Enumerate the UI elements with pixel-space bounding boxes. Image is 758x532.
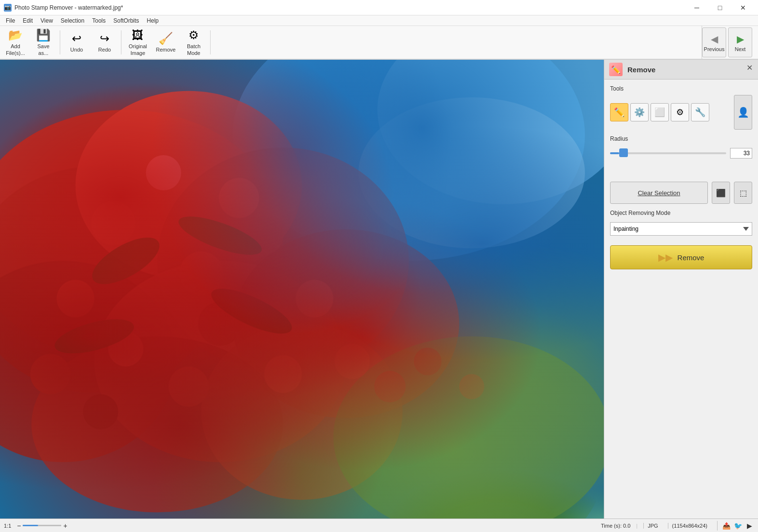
radius-slider-thumb[interactable] <box>619 148 628 157</box>
stamp-tool-button[interactable]: 👤 <box>734 95 752 130</box>
canvas-image[interactable] <box>0 60 604 519</box>
settings-tool-button[interactable]: ⚙ <box>671 103 689 121</box>
svg-point-1 <box>233 60 585 261</box>
svg-point-2 <box>377 60 604 204</box>
toolbox-header: ✏️ Remove ✕ <box>604 60 758 80</box>
radius-row <box>610 148 752 159</box>
svg-point-31 <box>252 355 604 519</box>
toolbox-panel: ✏️ Remove ✕ Tools ✏️ ⚙️ ⬜ ⚙ 🔧 👤 R <box>604 60 758 519</box>
svg-point-29 <box>51 312 137 360</box>
status-video-button[interactable]: ▶ <box>745 521 754 531</box>
svg-point-15 <box>146 155 181 190</box>
menu-edit[interactable]: Edit <box>19 15 37 26</box>
svg-point-35 <box>374 371 406 402</box>
svg-point-22 <box>198 302 242 346</box>
svg-point-20 <box>30 354 71 394</box>
next-arrow-icon: ▶ <box>737 33 744 45</box>
svg-point-14 <box>91 201 135 245</box>
toolbox-icon: ✏️ <box>609 63 623 76</box>
window-title: Photo Stamp Remover - watermarked.jpg* <box>14 4 123 11</box>
prev-arrow-icon: ◀ <box>711 33 718 45</box>
undo-button[interactable]: ↩ Undo <box>63 27 90 57</box>
toolbar-sep-3 <box>210 30 211 54</box>
remove-action-button[interactable]: ▶▶ Remove <box>610 245 752 269</box>
redo-button[interactable]: ↪ Redo <box>91 27 118 57</box>
svg-point-26 <box>264 355 302 393</box>
previous-button[interactable]: ◀ Previous <box>702 27 726 57</box>
original-image-label: OriginalImage <box>129 43 147 56</box>
tools-label: Tools <box>610 85 752 92</box>
undo-label: Undo <box>70 47 83 53</box>
remove-button[interactable]: 🧹 Remove <box>152 27 179 57</box>
menu-tools[interactable]: Tools <box>88 15 109 26</box>
svg-point-8 <box>157 147 409 374</box>
svg-point-12 <box>31 336 283 512</box>
menu-help[interactable]: Help <box>143 15 163 26</box>
window-controls: ─ □ ✕ <box>686 0 754 15</box>
rect-select-tool-button[interactable]: ⬜ <box>651 103 669 121</box>
maximize-button[interactable]: □ <box>709 0 731 15</box>
minimize-button[interactable]: ─ <box>686 0 708 15</box>
status-icons: 📤 🐦 ▶ <box>717 521 754 531</box>
next-button[interactable]: ▶ Next <box>728 27 752 57</box>
zoom-slider-area: − + <box>17 522 67 530</box>
select-copy-button[interactable]: ⬛ <box>712 182 730 204</box>
mode-label: Object Removing Mode <box>610 210 752 216</box>
svg-point-25 <box>169 367 209 407</box>
menu-selection[interactable]: Selection <box>57 15 88 26</box>
svg-point-24 <box>83 394 118 429</box>
app-icon: 📷 <box>4 4 12 12</box>
svg-point-6 <box>0 166 220 393</box>
mode-section: Object Removing Mode Inpainting Content-… <box>610 210 752 236</box>
remove-label: Remove <box>156 47 176 53</box>
status-time: Time (s): 0.0 <box>601 523 630 529</box>
main-area: ✏️ Remove ✕ Tools ✏️ ⚙️ ⬜ ⚙ 🔧 👤 R <box>0 60 758 519</box>
save-as-icon: 💾 <box>36 28 51 42</box>
radius-section: Radius <box>610 135 752 159</box>
status-share-button[interactable]: 📤 <box>721 521 731 531</box>
select-paste-button[interactable]: ⬚ <box>734 182 752 204</box>
radius-input[interactable] <box>730 148 752 159</box>
toolbox-close-button[interactable]: ✕ <box>745 63 754 72</box>
radius-label: Radius <box>610 135 752 142</box>
radius-slider[interactable] <box>610 152 726 154</box>
status-divider-1: | <box>636 523 638 529</box>
svg-point-5 <box>0 110 283 361</box>
batch-mode-label: BatchMode <box>187 43 200 56</box>
svg-point-23 <box>295 279 333 317</box>
title-bar: 📷 Photo Stamp Remover - watermarked.jpg*… <box>0 0 758 15</box>
svg-point-28 <box>174 209 266 263</box>
clear-selection-button[interactable]: Clear Selection <box>610 182 708 204</box>
tools-section: Tools ✏️ ⚙️ ⬜ ⚙ 🔧 👤 <box>610 85 752 130</box>
original-image-button[interactable]: 🖼 OriginalImage <box>124 27 151 57</box>
pencil-tool-button[interactable]: ✏️ <box>610 103 628 121</box>
canvas-area[interactable] <box>0 60 604 519</box>
magic-wand-tool-button[interactable]: ⚙️ <box>630 103 649 121</box>
status-format: JPG <box>643 523 662 529</box>
tools-row: ✏️ ⚙️ ⬜ ⚙ 🔧 👤 <box>610 95 752 130</box>
zoom-minus-icon[interactable]: − <box>17 522 21 530</box>
status-bar: 1:1 − + Time (s): 0.0 | JPG (1154x864x24… <box>0 519 758 532</box>
close-button[interactable]: ✕ <box>732 0 754 15</box>
svg-point-7 <box>76 91 302 280</box>
menu-softorbits[interactable]: SoftOrbits <box>109 15 143 26</box>
prev-label: Previous <box>704 46 725 52</box>
remove-action-icon: ▶▶ <box>658 252 673 263</box>
add-files-button[interactable]: 📂 AddFile(s)... <box>2 27 29 57</box>
zoom-plus-icon[interactable]: + <box>63 522 67 530</box>
remove-action-label: Remove <box>678 253 705 262</box>
zoom-control: 1:1 <box>4 523 11 529</box>
svg-rect-0 <box>0 60 604 519</box>
batch-mode-button[interactable]: ⚙ BatchMode <box>180 27 207 57</box>
status-social-button[interactable]: 🐦 <box>733 521 743 531</box>
undo-icon: ↩ <box>72 32 81 45</box>
zoom-slider[interactable] <box>23 525 61 526</box>
svg-point-37 <box>459 374 484 399</box>
mode-select[interactable]: Inpainting Content-Aware Fill Fast <box>610 222 752 236</box>
menu-view[interactable]: View <box>37 15 57 26</box>
status-dimensions: (1154x864x24) <box>668 523 711 529</box>
color-pick-tool-button[interactable]: 🔧 <box>691 103 709 121</box>
save-as-button[interactable]: 💾 Saveas... <box>30 27 57 57</box>
menu-file[interactable]: File <box>2 15 19 26</box>
toolbar: 📂 AddFile(s)... 💾 Saveas... ↩ Undo ↪ Red… <box>0 26 758 60</box>
